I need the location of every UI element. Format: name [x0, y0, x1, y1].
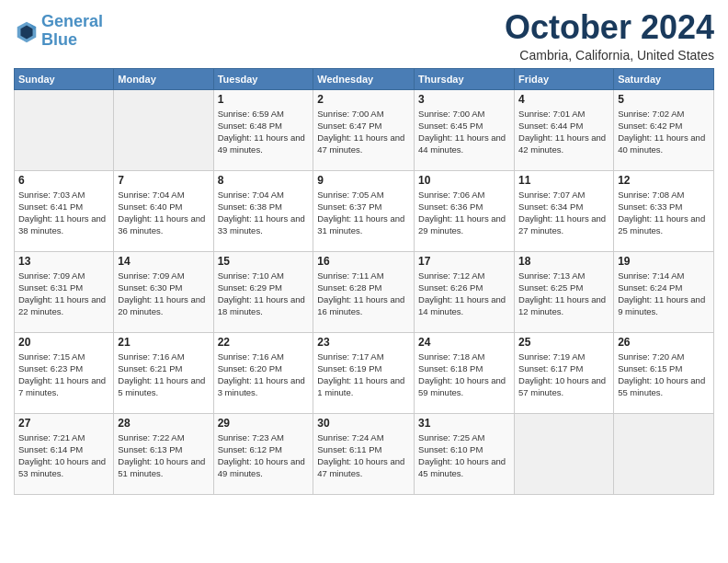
day-number: 6 — [18, 174, 109, 187]
day-number: 11 — [518, 174, 609, 187]
day-info: Sunrise: 7:14 AM Sunset: 6:24 PM Dayligh… — [618, 270, 710, 318]
col-wednesday: Wednesday — [313, 68, 415, 89]
day-number: 3 — [418, 93, 510, 106]
day-cell: 14Sunrise: 7:09 AM Sunset: 6:30 PM Dayli… — [114, 251, 213, 332]
header-row: Sunday Monday Tuesday Wednesday Thursday… — [15, 68, 714, 89]
day-cell: 10Sunrise: 7:06 AM Sunset: 6:36 PM Dayli… — [415, 170, 515, 251]
col-thursday: Thursday — [415, 68, 515, 89]
col-friday: Friday — [515, 68, 614, 89]
day-cell: 19Sunrise: 7:14 AM Sunset: 6:24 PM Dayli… — [614, 251, 714, 332]
day-number: 30 — [317, 417, 410, 430]
day-info: Sunrise: 7:09 AM Sunset: 6:31 PM Dayligh… — [18, 270, 109, 318]
location: Cambria, California, United States — [505, 48, 714, 63]
day-cell: 24Sunrise: 7:18 AM Sunset: 6:18 PM Dayli… — [415, 332, 515, 413]
day-cell: 26Sunrise: 7:20 AM Sunset: 6:15 PM Dayli… — [614, 332, 714, 413]
day-cell: 23Sunrise: 7:17 AM Sunset: 6:19 PM Dayli… — [313, 332, 415, 413]
day-cell: 16Sunrise: 7:11 AM Sunset: 6:28 PM Dayli… — [313, 251, 415, 332]
day-number: 19 — [618, 255, 710, 268]
day-number: 12 — [618, 174, 710, 187]
day-cell: 1Sunrise: 6:59 AM Sunset: 6:48 PM Daylig… — [213, 89, 313, 170]
day-info: Sunrise: 7:20 AM Sunset: 6:15 PM Dayligh… — [618, 350, 710, 399]
calendar-body: 1Sunrise: 6:59 AM Sunset: 6:48 PM Daylig… — [15, 89, 714, 494]
day-number: 8 — [218, 174, 310, 187]
day-cell: 30Sunrise: 7:24 AM Sunset: 6:11 PM Dayli… — [313, 413, 415, 494]
day-number: 23 — [317, 336, 410, 349]
day-number: 25 — [518, 336, 609, 349]
day-number: 4 — [518, 93, 609, 106]
day-cell: 22Sunrise: 7:16 AM Sunset: 6:20 PM Dayli… — [213, 332, 313, 413]
day-number: 20 — [18, 336, 109, 349]
day-number: 22 — [218, 336, 310, 349]
day-info: Sunrise: 7:04 AM Sunset: 6:40 PM Dayligh… — [118, 189, 209, 237]
day-number: 16 — [317, 255, 410, 268]
month-title: October 2024 — [505, 9, 714, 46]
day-number: 9 — [317, 174, 410, 187]
logo-text: General Blue — [41, 13, 103, 50]
day-number: 26 — [618, 336, 710, 349]
day-info: Sunrise: 7:15 AM Sunset: 6:23 PM Dayligh… — [18, 350, 109, 399]
col-sunday: Sunday — [15, 68, 114, 89]
day-info: Sunrise: 7:02 AM Sunset: 6:42 PM Dayligh… — [618, 108, 710, 156]
day-info: Sunrise: 7:08 AM Sunset: 6:33 PM Dayligh… — [618, 189, 710, 237]
day-cell — [614, 413, 714, 494]
day-cell: 2Sunrise: 7:00 AM Sunset: 6:47 PM Daylig… — [313, 89, 415, 170]
day-number: 13 — [18, 255, 109, 268]
day-info: Sunrise: 7:21 AM Sunset: 6:14 PM Dayligh… — [18, 431, 109, 480]
day-info: Sunrise: 7:19 AM Sunset: 6:17 PM Dayligh… — [518, 350, 609, 399]
col-saturday: Saturday — [614, 68, 714, 89]
day-info: Sunrise: 7:17 AM Sunset: 6:19 PM Dayligh… — [317, 350, 410, 399]
day-info: Sunrise: 7:03 AM Sunset: 6:41 PM Dayligh… — [18, 189, 109, 237]
week-row-1: 6Sunrise: 7:03 AM Sunset: 6:41 PM Daylig… — [15, 170, 714, 251]
day-cell: 31Sunrise: 7:25 AM Sunset: 6:10 PM Dayli… — [415, 413, 515, 494]
calendar-header: Sunday Monday Tuesday Wednesday Thursday… — [15, 68, 714, 89]
day-number: 31 — [418, 417, 510, 430]
week-row-0: 1Sunrise: 6:59 AM Sunset: 6:48 PM Daylig… — [15, 89, 714, 170]
day-cell: 7Sunrise: 7:04 AM Sunset: 6:40 PM Daylig… — [114, 170, 213, 251]
week-row-2: 13Sunrise: 7:09 AM Sunset: 6:31 PM Dayli… — [15, 251, 714, 332]
day-number: 24 — [418, 336, 510, 349]
day-cell: 4Sunrise: 7:01 AM Sunset: 6:44 PM Daylig… — [515, 89, 614, 170]
day-cell: 20Sunrise: 7:15 AM Sunset: 6:23 PM Dayli… — [15, 332, 114, 413]
day-cell — [15, 89, 114, 170]
day-cell: 18Sunrise: 7:13 AM Sunset: 6:25 PM Dayli… — [515, 251, 614, 332]
logo: General Blue — [14, 13, 103, 50]
col-monday: Monday — [114, 68, 213, 89]
day-number: 17 — [418, 255, 510, 268]
day-number: 14 — [118, 255, 209, 268]
header: General Blue October 2024 Cambria, Calif… — [14, 9, 714, 63]
day-info: Sunrise: 7:09 AM Sunset: 6:30 PM Dayligh… — [118, 270, 209, 318]
day-info: Sunrise: 7:10 AM Sunset: 6:29 PM Dayligh… — [218, 270, 310, 318]
day-info: Sunrise: 6:59 AM Sunset: 6:48 PM Dayligh… — [218, 108, 310, 156]
page: General Blue October 2024 Cambria, Calif… — [0, 0, 728, 504]
title-area: October 2024 Cambria, California, United… — [505, 9, 714, 63]
week-row-3: 20Sunrise: 7:15 AM Sunset: 6:23 PM Dayli… — [15, 332, 714, 413]
col-tuesday: Tuesday — [213, 68, 313, 89]
day-cell: 27Sunrise: 7:21 AM Sunset: 6:14 PM Dayli… — [15, 413, 114, 494]
day-number: 2 — [317, 93, 410, 106]
day-info: Sunrise: 7:18 AM Sunset: 6:18 PM Dayligh… — [418, 350, 510, 399]
day-info: Sunrise: 7:25 AM Sunset: 6:10 PM Dayligh… — [418, 431, 510, 480]
day-info: Sunrise: 7:16 AM Sunset: 6:20 PM Dayligh… — [218, 350, 310, 399]
week-row-4: 27Sunrise: 7:21 AM Sunset: 6:14 PM Dayli… — [15, 413, 714, 494]
day-number: 27 — [18, 417, 109, 430]
day-info: Sunrise: 7:16 AM Sunset: 6:21 PM Dayligh… — [118, 350, 209, 399]
day-cell: 17Sunrise: 7:12 AM Sunset: 6:26 PM Dayli… — [415, 251, 515, 332]
day-cell: 9Sunrise: 7:05 AM Sunset: 6:37 PM Daylig… — [313, 170, 415, 251]
day-info: Sunrise: 7:06 AM Sunset: 6:36 PM Dayligh… — [418, 189, 510, 237]
logo-icon — [14, 18, 40, 44]
day-number: 18 — [518, 255, 609, 268]
day-info: Sunrise: 7:00 AM Sunset: 6:45 PM Dayligh… — [418, 108, 510, 156]
day-info: Sunrise: 7:13 AM Sunset: 6:25 PM Dayligh… — [518, 270, 609, 318]
day-cell: 5Sunrise: 7:02 AM Sunset: 6:42 PM Daylig… — [614, 89, 714, 170]
day-cell: 15Sunrise: 7:10 AM Sunset: 6:29 PM Dayli… — [213, 251, 313, 332]
day-cell: 11Sunrise: 7:07 AM Sunset: 6:34 PM Dayli… — [515, 170, 614, 251]
day-cell: 6Sunrise: 7:03 AM Sunset: 6:41 PM Daylig… — [15, 170, 114, 251]
day-number: 10 — [418, 174, 510, 187]
day-info: Sunrise: 7:23 AM Sunset: 6:12 PM Dayligh… — [218, 431, 310, 480]
day-cell: 28Sunrise: 7:22 AM Sunset: 6:13 PM Dayli… — [114, 413, 213, 494]
day-cell: 29Sunrise: 7:23 AM Sunset: 6:12 PM Dayli… — [213, 413, 313, 494]
calendar: Sunday Monday Tuesday Wednesday Thursday… — [14, 68, 714, 495]
day-cell: 21Sunrise: 7:16 AM Sunset: 6:21 PM Dayli… — [114, 332, 213, 413]
day-info: Sunrise: 7:22 AM Sunset: 6:13 PM Dayligh… — [118, 431, 209, 480]
day-info: Sunrise: 7:05 AM Sunset: 6:37 PM Dayligh… — [317, 189, 410, 237]
